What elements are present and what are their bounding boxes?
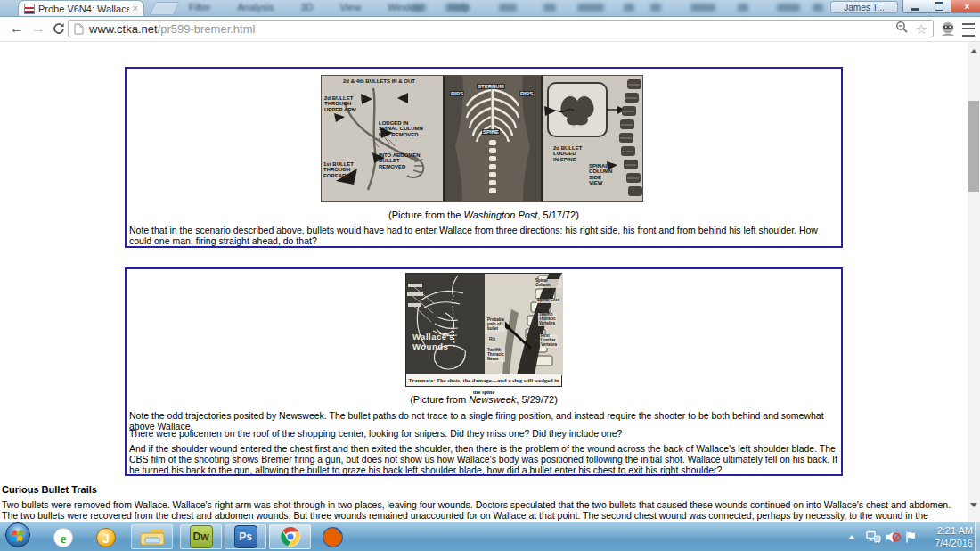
wapo-panel-ribcage: RIBS STERNUM RIBS SPINE <box>443 76 543 201</box>
bg-toolbar-blob <box>777 4 800 12</box>
zoom-out-indicator-icon[interactable] <box>895 21 909 37</box>
label-bullet-path: Probable path of bullet <box>486 318 505 332</box>
tray-action-center-button[interactable] <box>905 522 917 551</box>
label-upper-arm: 2d BULLET THROUGH UPPER ARM <box>324 95 356 112</box>
close-button[interactable]: × <box>951 0 980 13</box>
tray-volume-muted-button[interactable] <box>886 522 901 551</box>
bg-toolbar-blob <box>543 4 556 12</box>
bookmark-star-icon[interactable]: ☆ <box>916 22 927 36</box>
minimize-icon <box>911 8 919 11</box>
bg-toolbar-blob <box>577 4 604 12</box>
j-app-icon: J <box>96 528 116 547</box>
scrollbar-thumb[interactable] <box>968 101 979 192</box>
bg-toolbar-blob <box>690 4 715 12</box>
browser-toolbar: ← → www.ctka.net/pr599-bremer.html <box>0 17 980 42</box>
label-bullets-in-out: 2d & 4th BULLETS IN & OUT <box>343 78 443 84</box>
scroll-down-arrow[interactable] <box>970 503 977 507</box>
taskbar-clock[interactable]: 2:21 AM 7/4/2016 <box>918 524 973 550</box>
bg-toolbar-blob <box>445 4 469 12</box>
new-tab-button[interactable] <box>150 2 180 15</box>
url-text: www.ctka.net/pr599-bremer.html <box>89 22 255 36</box>
url-path: /pr599-bremer.html <box>158 22 256 36</box>
chrome-icon <box>280 526 301 547</box>
label-spinal-column-side-view: SPINAL COLUMN SIDE VIEW <box>589 163 619 186</box>
back-button[interactable]: ← <box>7 18 27 39</box>
tray-network-button[interactable] <box>866 522 881 551</box>
start-button[interactable] <box>4 523 31 546</box>
caption-source: Newsweek <box>469 394 516 405</box>
windows-start-orb-icon <box>4 522 31 548</box>
label-t12-nerve: Twelfth Thoracic Nerve <box>486 349 505 362</box>
show-desktop-button[interactable] <box>975 522 980 551</box>
taskbar-explorer-button[interactable] <box>131 524 173 549</box>
reload-button[interactable] <box>49 20 69 41</box>
taskbar-chrome-button[interactable] <box>269 524 311 549</box>
eset-icon: e <box>53 528 73 547</box>
wapo-panel-spine: 2d BULLET LODGED IN SPINE SPINAL COLUMN … <box>543 76 643 201</box>
section-heading: Curious Bullet Trails <box>2 484 97 495</box>
label-rib: Rib <box>488 338 496 342</box>
page-content: 2d & 4th BULLETS IN & OUT 2d BULLET THRO… <box>0 42 968 522</box>
wallace-wounds-sketch <box>406 274 485 375</box>
url-address-bar[interactable]: www.ctka.net/pr599-bremer.html ☆ <box>68 20 934 37</box>
label-t12-vertebra: Twelfth Thoracic Vertebra <box>538 313 557 326</box>
bg-menu-item: View <box>339 2 361 12</box>
bg-menu-item: Analysis <box>237 2 274 12</box>
bg-toolbar-blob <box>412 4 426 12</box>
vertical-scrollbar[interactable] <box>968 42 980 522</box>
wallace-wounds-title: Wallace's Wounds <box>412 333 454 352</box>
bg-menu-item: 3D <box>300 2 313 12</box>
taskbar-firefox-button[interactable] <box>317 526 347 548</box>
newsweek-paragraph-3: And if the shoulder wound entered the ch… <box>129 444 838 476</box>
clock-date: 7/4/2016 <box>918 537 973 549</box>
newsweek-diagram-image: Wallace's Wounds <box>405 273 562 387</box>
bg-toolbar-blob <box>650 4 661 12</box>
bg-toolbar-blob <box>499 4 517 12</box>
label-spinal-column: Spinal Column <box>535 279 561 288</box>
tray-expand-button[interactable] <box>848 522 855 551</box>
taskbar-eset-button[interactable]: e <box>50 526 77 548</box>
clock-time: 2:21 AM <box>918 524 973 537</box>
washington-post-section-box: 2d & 4th BULLETS IN & OUT 2d BULLET THRO… <box>125 67 843 248</box>
ctka-favicon <box>24 4 35 14</box>
maximize-icon <box>935 2 943 11</box>
label-into-abdomen: INTO ABDOMEN BULLET REMOVED <box>379 152 427 169</box>
wapo-caption: (Picture from the Washington Post, 5/17/… <box>127 210 841 220</box>
label-sternum: STERNUM <box>477 84 505 89</box>
profile-button[interactable]: James T... <box>830 1 898 13</box>
bg-toolbar-blob <box>738 4 748 12</box>
reload-icon <box>53 22 65 35</box>
newsweek-paragraph-2: There were policemen on the roof of the … <box>129 429 838 440</box>
caption-source: Washington Post <box>463 210 537 220</box>
label-spinal-cord: Spinal Cord <box>536 299 560 303</box>
close-icon: × <box>965 2 970 12</box>
browser-frame: Filter Analysis 3D View Window Help Prob… <box>0 0 980 17</box>
maximize-button[interactable] <box>927 0 951 13</box>
label-l1-vertebra: First Lumbar Vertebra <box>540 334 558 348</box>
forward-button[interactable]: → <box>29 18 48 39</box>
caption-suffix: , 5/17/72) <box>537 210 578 220</box>
taskbar-j-app-button[interactable]: J <box>93 526 119 548</box>
washington-post-diagram-image: 2d & 4th BULLETS IN & OUT 2d BULLET THRO… <box>321 75 643 202</box>
chrome-menu-icon[interactable] <box>962 23 975 37</box>
firefox-icon <box>322 526 344 548</box>
bg-menu-item: Filter <box>189 2 210 12</box>
photoshop-icon: Ps <box>234 525 257 548</box>
scroll-up-arrow[interactable] <box>970 49 977 53</box>
tab-close-icon[interactable]: × <box>133 4 138 13</box>
taskbar-dreamweaver-button[interactable]: Dw <box>180 524 222 549</box>
caption-suffix: , 5/29/72) <box>516 394 557 405</box>
page-icon <box>74 23 84 35</box>
bg-toolbar-blob <box>813 4 823 12</box>
minimize-button[interactable] <box>902 0 927 13</box>
label-forearm: 1st BULLET THROUGH FOREARM <box>323 161 355 178</box>
wapo-panel-arm: 2d & 4th BULLETS IN & OUT 2d BULLET THRO… <box>322 76 443 201</box>
taskbar-photoshop-button[interactable]: Ps <box>225 524 266 549</box>
wapo-paragraph: Note that in the scenario described abov… <box>129 226 838 247</box>
browser-tab[interactable]: Probe V6N4: Wallace & Br × <box>18 0 144 16</box>
extension-avatar-icon[interactable] <box>940 21 956 40</box>
newsweek-image-caption: Traumata: The shots, the damage—and a sl… <box>406 374 561 386</box>
background-window-menubar: Filter Analysis 3D View Window Help <box>189 2 470 12</box>
window-controls: × <box>902 0 980 13</box>
url-host: www.ctka.net <box>89 22 158 36</box>
